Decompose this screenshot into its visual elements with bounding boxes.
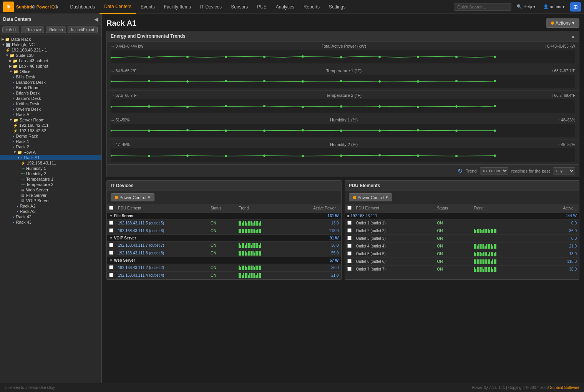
expand-arrow[interactable]: ▶ bbox=[2, 37, 4, 41]
tree-item-lab46[interactable]: ▶ 📁 Lab - 46 subnet bbox=[0, 63, 101, 69]
help-button[interactable]: 🔍 Help ▾ bbox=[514, 4, 538, 9]
tree-item-voip-server[interactable]: 🖥 VOIP Server bbox=[0, 198, 101, 203]
tree-item-rack1[interactable]: ▪ Rack 1 bbox=[0, 139, 101, 144]
actions-button[interactable]: Actions ▾ bbox=[546, 18, 579, 28]
tree-item-rack43[interactable]: ▪ Rack 43 bbox=[0, 219, 101, 225]
user-button[interactable]: 👤 admin ▾ bbox=[541, 4, 567, 9]
row-checkbox[interactable] bbox=[347, 244, 352, 248]
tree-item-lab43[interactable]: ▶ 📁 Lab - 43 subnet bbox=[0, 58, 101, 63]
device-power: 13.0 bbox=[286, 219, 341, 227]
svg-point-11 bbox=[111, 80, 112, 83]
tree-item-server-room[interactable]: ▼ 📁 Server Room bbox=[0, 117, 101, 123]
nav-pue[interactable]: PUE bbox=[252, 0, 271, 14]
add-button[interactable]: + Add bbox=[2, 27, 19, 33]
nav-analytics[interactable]: Analytics bbox=[271, 0, 299, 14]
refresh-chart-icon[interactable]: ↻ bbox=[458, 167, 463, 174]
tree-label: Row A bbox=[23, 150, 36, 154]
sidebar-tree[interactable]: ▶ 📁 Data Rack ▼ 🏢 Raleigh, NC ⚡ 192.168.… bbox=[0, 35, 101, 383]
tree-item-brandons-desk[interactable]: ▪ Brandon's Desk bbox=[0, 80, 101, 85]
charts-collapse[interactable]: ▲ bbox=[571, 34, 575, 38]
tree-item-keiths-desk[interactable]: ▪ Keith's Desk bbox=[0, 101, 101, 106]
row-checkbox[interactable] bbox=[109, 273, 113, 277]
row-checkbox[interactable] bbox=[109, 243, 113, 247]
tree-item-demo-rack[interactable]: ▪ Demo Rack bbox=[0, 133, 101, 139]
sidebar-collapse-icon[interactable]: ◀ bbox=[94, 16, 98, 22]
tree-item-brians-desk[interactable]: ▪ Brian's Desk bbox=[0, 90, 101, 96]
tree-item-rack2[interactable]: ▪ Rack 2 bbox=[0, 144, 101, 149]
svg-point-1 bbox=[148, 56, 150, 58]
expand-arrow[interactable]: ▼ bbox=[5, 53, 9, 57]
tree-item-temp1[interactable]: 〰 Temperature 1 bbox=[0, 176, 101, 182]
device-status: ON bbox=[208, 242, 237, 249]
tree-item-pdu-52[interactable]: ⚡ 192.168.42.52 bbox=[0, 128, 101, 133]
t-bar bbox=[251, 221, 252, 226]
row-checkbox[interactable] bbox=[109, 251, 113, 255]
tree-item-rack-a2[interactable]: ▪ Rack A2 bbox=[0, 203, 101, 209]
nav-dashboards[interactable]: Dashboards bbox=[66, 0, 100, 14]
footer-link[interactable]: Sunbird Software bbox=[550, 385, 579, 390]
row-checkbox[interactable] bbox=[347, 251, 352, 256]
row-checkbox[interactable] bbox=[347, 259, 352, 263]
nav-facility[interactable]: Facility Items bbox=[159, 0, 196, 14]
expand-arrow[interactable]: ▼ bbox=[2, 43, 5, 47]
tree-item-rack-a3[interactable]: ▪ Rack A3 bbox=[0, 209, 101, 214]
expand-arrow[interactable]: ▼ bbox=[13, 150, 17, 154]
nav-sensors[interactable]: Sensors bbox=[226, 0, 252, 14]
tree-item-break-room[interactable]: ▪ Break Room bbox=[0, 85, 101, 90]
refresh-button[interactable]: Refresh bbox=[46, 27, 66, 33]
period-select[interactable]: day hour week month bbox=[553, 167, 575, 174]
tree-item-office[interactable]: ▼ 📁 Office bbox=[0, 69, 101, 74]
svg-point-20 bbox=[455, 80, 458, 82]
trend-select[interactable]: maximum bbox=[480, 167, 508, 174]
nav-events[interactable]: Events bbox=[136, 0, 159, 14]
row-checkbox[interactable] bbox=[109, 228, 113, 233]
expand-arrow[interactable]: ▶ bbox=[9, 59, 12, 63]
pdu-power-control-button[interactable]: Power Control ▾ bbox=[349, 193, 393, 201]
remove-button[interactable]: - Remove bbox=[21, 27, 44, 33]
nav-datacenters[interactable]: Data Centers bbox=[100, 0, 136, 14]
tree-item-web-server[interactable]: 🖥 Web Server bbox=[0, 187, 101, 193]
select-all-checkbox[interactable] bbox=[109, 206, 113, 210]
row-checkbox[interactable] bbox=[347, 267, 352, 271]
tree-item-suite130[interactable]: ▼ 📁 Suite 130 bbox=[0, 53, 101, 58]
row-checkbox[interactable] bbox=[109, 265, 113, 269]
grid-icon[interactable]: ⊞ bbox=[570, 2, 581, 12]
it-devices-panel: IT Devices Power Control ▾ PDU Element bbox=[106, 180, 342, 280]
tree-item-rack-a[interactable]: ▪ Rack A bbox=[0, 112, 101, 117]
import-button[interactable]: Import/Export bbox=[68, 27, 98, 33]
t-bar bbox=[245, 273, 246, 278]
tree-item-rack42[interactable]: ▪ Rack 42 bbox=[0, 214, 101, 219]
row-checkbox[interactable] bbox=[109, 221, 113, 225]
tree-item-humidity1[interactable]: 〰 Humidity 1 bbox=[0, 166, 101, 171]
it-power-control-button[interactable]: Power Control ▾ bbox=[111, 193, 154, 201]
tree-item-humidity2[interactable]: 〰 Humidity 2 bbox=[0, 171, 101, 176]
tree-item-data-rack[interactable]: ▶ 📁 Data Rack bbox=[0, 37, 101, 42]
rack-icon: ▪ bbox=[13, 75, 15, 79]
tree-item-owens-desk[interactable]: ▪ Owen's Desk bbox=[0, 106, 101, 112]
tree-item-pdu-211[interactable]: ⚡ 192.168.42.211 bbox=[0, 123, 101, 128]
nav-reports[interactable]: Reports bbox=[299, 0, 324, 14]
row-checkbox[interactable] bbox=[347, 236, 352, 240]
tree-item-pdu-43-111[interactable]: ⚡ 192.168.43.111 bbox=[0, 160, 101, 166]
outlet-trend bbox=[471, 243, 536, 250]
tree-item-pdu1[interactable]: ⚡ 192.168.46.221 - 1 bbox=[0, 47, 101, 53]
row-checkbox[interactable] bbox=[347, 228, 352, 233]
tree-item-bills-desk[interactable]: ▪ Bill's Desk bbox=[0, 74, 101, 80]
row-checkbox[interactable] bbox=[347, 221, 352, 225]
tree-item-raleigh[interactable]: ▼ 🏢 Raleigh, NC bbox=[0, 42, 101, 47]
search-input[interactable] bbox=[454, 3, 511, 11]
it-panel-header: IT Devices bbox=[107, 181, 341, 191]
nav-itdevices[interactable]: IT Devices bbox=[196, 0, 226, 14]
tree-item-jasons-desk[interactable]: ▪ Jason's Desk bbox=[0, 96, 101, 101]
tree-item-temp2[interactable]: 〰 Temperature 2 bbox=[0, 182, 101, 187]
nav-settings[interactable]: Settings bbox=[324, 0, 350, 14]
select-all-pdu-checkbox[interactable] bbox=[347, 206, 352, 210]
tree-item-file-server[interactable]: 🖥 File Server bbox=[0, 193, 101, 198]
tree-item-row-a[interactable]: ▼ 📁 Row A bbox=[0, 149, 101, 155]
tree-item-rack-a1[interactable]: ▼ ▪ Rack A1 bbox=[0, 155, 101, 160]
expand-arrow[interactable]: ▼ bbox=[9, 70, 13, 73]
expand-arrow[interactable]: ▼ bbox=[9, 118, 13, 122]
expand-arrow[interactable]: ▶ bbox=[9, 64, 12, 68]
chart-svg-power bbox=[111, 50, 575, 63]
expand-arrow[interactable]: ▼ bbox=[17, 156, 20, 159]
